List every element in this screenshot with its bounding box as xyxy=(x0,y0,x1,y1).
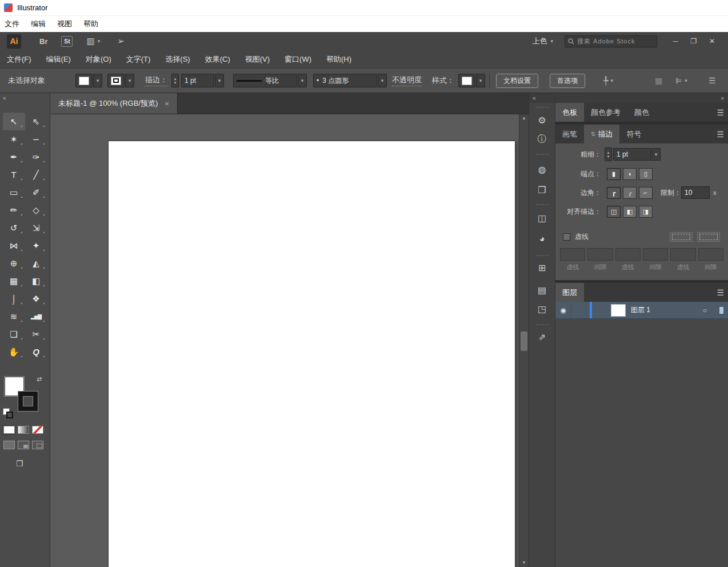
close-button[interactable]: ✕ xyxy=(703,37,721,45)
stroke-color-dropdown[interactable]: ▾ xyxy=(107,69,134,93)
panel-menu-icon[interactable]: ☰ xyxy=(717,125,724,143)
draw-behind-mode-button[interactable] xyxy=(18,441,29,449)
slice-tool[interactable]: ✂ xyxy=(25,325,47,343)
round-cap-button[interactable]: ◖ xyxy=(623,168,637,180)
gap-field[interactable] xyxy=(698,248,723,261)
stepper-up-icon[interactable]: ▴ xyxy=(174,77,177,81)
symbols-panel-icon[interactable]: ◕ xyxy=(529,234,555,244)
layer-name[interactable]: 图层 1 xyxy=(631,305,650,315)
draw-normal-mode-button[interactable] xyxy=(3,441,15,449)
transparency-panel-icon[interactable]: ⊞ xyxy=(529,262,555,273)
tab-brushes[interactable]: 画笔 xyxy=(555,125,584,143)
scale-tool[interactable]: ⇲ xyxy=(25,219,47,237)
magic-wand-tool[interactable]: ✶ xyxy=(3,130,25,148)
expand-panels-icon[interactable]: « xyxy=(533,95,536,101)
menu-window[interactable]: 窗口(W) xyxy=(285,54,311,65)
grid-view-icon[interactable]: ▦ xyxy=(655,69,662,93)
round-join-button[interactable]: ╭ xyxy=(623,187,637,199)
dock-grip[interactable] xyxy=(536,154,549,155)
color-guide-panel-icon[interactable]: ◍ xyxy=(529,164,555,175)
swap-fill-stroke-icon[interactable]: ⇄ xyxy=(37,376,42,383)
pathfinder-panel-icon[interactable]: ◳ xyxy=(529,304,555,314)
eyedropper-tool[interactable]: ⌡ xyxy=(3,290,25,308)
tab-color[interactable]: 颜色 xyxy=(627,103,656,122)
menu-type[interactable]: 文字(T) xyxy=(126,54,151,65)
info-panel-icon[interactable]: ⓘ xyxy=(529,133,555,145)
width-tool[interactable]: ⋈ xyxy=(3,237,25,254)
align-stroke-inside-button[interactable]: ◧ xyxy=(623,206,637,218)
preferences-button[interactable]: 首选项 xyxy=(550,69,585,93)
layer-thumbnail[interactable] xyxy=(611,305,625,316)
dock-grip[interactable] xyxy=(536,204,549,206)
brush-definition-dropdown[interactable]: •3 点圆形 ▾ xyxy=(313,69,387,93)
scrollbar-track[interactable] xyxy=(519,122,529,559)
preserve-dash-button[interactable] xyxy=(670,232,693,242)
mesh-tool[interactable]: ▦ xyxy=(3,272,25,290)
dashed-line-checkbox[interactable] xyxy=(563,233,570,241)
direct-selection-tool[interactable]: ⇖ xyxy=(25,113,47,130)
dock-options-dropdown[interactable]: ⊫▾ xyxy=(675,69,687,93)
rotate-tool[interactable]: ↺ xyxy=(3,219,25,237)
menu-help[interactable]: 帮助(H) xyxy=(326,54,351,65)
toolbar-collapse-icon[interactable]: « xyxy=(3,95,6,101)
host-menu-view[interactable]: 视图 xyxy=(57,19,72,29)
eraser-tool[interactable]: ◇ xyxy=(25,201,47,219)
dock-grip[interactable] xyxy=(536,255,549,257)
control-bar-menu[interactable]: ☰ xyxy=(709,69,716,93)
blend-tool[interactable]: ❖ xyxy=(25,290,47,308)
gradient-mode-button[interactable] xyxy=(18,426,29,434)
scroll-up-icon[interactable]: ▲ xyxy=(519,114,529,122)
menu-object[interactable]: 对象(O) xyxy=(86,54,111,65)
menu-view[interactable]: 视图(V) xyxy=(245,54,270,65)
stroke-swatch[interactable] xyxy=(18,392,38,411)
hand-tool[interactable]: ✋ xyxy=(3,343,25,361)
gap-field[interactable] xyxy=(587,248,613,261)
search-input[interactable] xyxy=(577,38,654,45)
stroke-width-dropdown[interactable]: 1 pt ▾ xyxy=(181,69,224,93)
draw-inside-mode-button[interactable] xyxy=(32,441,43,449)
style-dropdown[interactable]: ▾ xyxy=(458,69,485,93)
menu-edit[interactable]: 编辑(E) xyxy=(46,54,71,65)
panel-menu-icon[interactable]: ☰ xyxy=(717,103,724,122)
paintbrush-tool[interactable]: ✐ xyxy=(25,183,47,201)
stroke-width-stepper[interactable]: ▴▾ xyxy=(171,69,179,93)
stock-button[interactable]: St xyxy=(61,36,73,47)
gap-field[interactable] xyxy=(643,248,668,261)
panel-menu-icon[interactable]: ☰ xyxy=(717,283,724,302)
weight-stepper[interactable]: ▴▾ xyxy=(605,147,612,161)
align-panel-icon[interactable]: ▤ xyxy=(529,285,555,296)
dock-grip[interactable] xyxy=(536,107,549,109)
bevel-join-button[interactable]: ⌐ xyxy=(639,187,653,199)
perspective-grid-tool[interactable]: ◭ xyxy=(25,254,47,272)
miter-join-button[interactable]: ┏ xyxy=(607,187,621,199)
screen-mode-button[interactable]: ❐ xyxy=(16,459,23,468)
shaper-tool[interactable]: ✏ xyxy=(3,201,25,219)
document-tab[interactable]: 未标题-1 @ 100% (RGB/预览) × xyxy=(50,93,178,114)
scrollbar-thumb[interactable] xyxy=(521,332,527,351)
align-stroke-outside-button[interactable]: ◨ xyxy=(639,206,653,218)
free-transform-tool[interactable]: ✦ xyxy=(25,237,47,254)
width-profile-dropdown[interactable]: 等比 ▾ xyxy=(233,69,307,93)
transform-panel-icon[interactable]: ❐ xyxy=(529,185,555,195)
tab-layers[interactable]: 图层 xyxy=(555,283,584,302)
arrange-dropdown[interactable]: ╄▾ xyxy=(603,69,613,93)
close-tab-icon[interactable]: × xyxy=(165,99,169,108)
pen-tool[interactable]: ✒ xyxy=(3,148,25,166)
type-tool[interactable]: T xyxy=(3,166,25,183)
opacity-link[interactable]: 不透明度 xyxy=(392,69,422,93)
gear-panel-icon[interactable]: ⚙ xyxy=(529,115,555,126)
tab-symbols[interactable]: 符号 xyxy=(619,125,648,143)
restore-button[interactable]: ❐ xyxy=(685,37,703,45)
artboard-tool[interactable]: ❏ xyxy=(3,325,25,343)
collapse-panels-icon[interactable]: » xyxy=(721,95,724,101)
projecting-cap-button[interactable]: ▯ xyxy=(639,168,653,180)
dock-grip[interactable] xyxy=(536,324,549,326)
scroll-down-icon[interactable]: ▼ xyxy=(519,559,529,567)
layer-visibility-toggle[interactable]: ◉ xyxy=(555,302,571,318)
column-graph-tool[interactable]: ▂▅▇ xyxy=(25,308,47,325)
layer-lock-toggle[interactable] xyxy=(571,302,586,318)
align-dash-button[interactable] xyxy=(697,232,720,242)
fill-color-dropdown[interactable]: ▾ xyxy=(75,69,102,93)
share-icon[interactable]: ➢ xyxy=(117,36,125,46)
menu-effect[interactable]: 效果(C) xyxy=(205,54,230,65)
